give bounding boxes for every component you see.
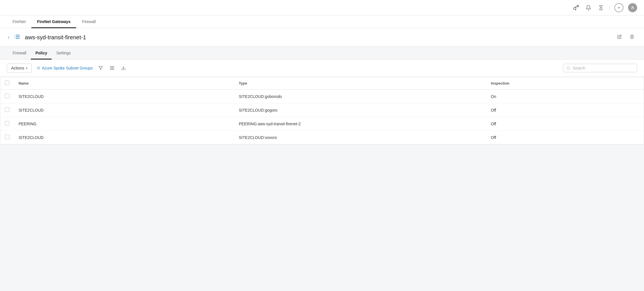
bell-icon[interactable]: [584, 4, 592, 12]
delete-button[interactable]: [628, 33, 636, 41]
user-up-icon[interactable]: [614, 3, 623, 12]
sub-tab-nav: Firewall Policy Settings: [0, 47, 644, 60]
sub-tab-policy[interactable]: Policy: [31, 47, 52, 60]
search-input[interactable]: [573, 66, 633, 70]
col-header-name: Name: [14, 77, 234, 90]
col-select-all[interactable]: [0, 77, 14, 90]
row-inspection: Off: [486, 103, 644, 117]
row-checkbox[interactable]: [5, 94, 9, 98]
row-type: PEERING:aws-syd-transit-firenet-2: [234, 117, 486, 131]
sub-tab-settings[interactable]: Settings: [52, 47, 75, 60]
edit-button[interactable]: [615, 33, 623, 41]
col-header-type: Type: [234, 77, 486, 90]
toolbar: Actions ▾ Azure Spoke Subnet Groups: [0, 60, 644, 77]
azure-spoke-link[interactable]: Azure Spoke Subnet Groups: [36, 66, 93, 70]
svg-line-18: [569, 69, 570, 69]
main-tab-nav: FireNet FireNet Gateways Firewall: [0, 15, 644, 28]
row-checkbox-cell[interactable]: [0, 90, 14, 103]
policy-table: Name Type Inspection SITE2CLOUD SITE2CLO…: [0, 77, 644, 144]
row-type: SITE2CLOUD:gogoro: [234, 103, 486, 117]
table-row: PEERING PEERING:aws-syd-transit-firenet-…: [0, 117, 644, 131]
filter-icon[interactable]: [97, 65, 104, 71]
col-header-inspection: Inspection: [486, 77, 644, 90]
top-bar: A: [0, 0, 644, 15]
row-name: SITE2CLOUD: [14, 103, 234, 117]
back-arrow-icon[interactable]: ‹: [8, 35, 9, 40]
actions-caret-icon: ▾: [26, 67, 27, 70]
row-name: PEERING: [14, 117, 234, 131]
resource-title: aws-syd-transit-firenet-1: [25, 34, 611, 41]
svg-rect-14: [110, 66, 112, 70]
row-checkbox[interactable]: [5, 107, 9, 112]
row-inspection: On: [486, 90, 644, 103]
svg-rect-15: [112, 66, 114, 70]
sub-tab-firewall[interactable]: Firewall: [8, 47, 31, 60]
row-name: SITE2CLOUD: [14, 131, 234, 144]
divider: [609, 5, 610, 11]
azure-spoke-label: Azure Spoke Subnet Groups: [42, 66, 93, 70]
table-row: SITE2CLOUD SITE2CLOUD:goborodo On: [0, 90, 644, 103]
table-row: SITE2CLOUD SITE2CLOUD:vovoro Off: [0, 131, 644, 144]
resource-header: ‹ aws-syd-transit-firenet-1: [0, 28, 644, 47]
table-container: Name Type Inspection SITE2CLOUD SITE2CLO…: [0, 77, 644, 144]
row-type: SITE2CLOUD:vovoro: [234, 131, 486, 144]
row-checkbox[interactable]: [5, 121, 9, 126]
top-bar-icons: A: [572, 3, 637, 12]
row-checkbox[interactable]: [5, 135, 9, 139]
row-checkbox-cell[interactable]: [0, 103, 14, 117]
row-checkbox-cell[interactable]: [0, 117, 14, 131]
user-avatar[interactable]: A: [628, 3, 637, 12]
tab-firenet[interactable]: FireNet: [7, 15, 31, 28]
tab-firenet-gateways[interactable]: FireNet Gateways: [31, 15, 76, 28]
tab-firewall[interactable]: Firewall: [76, 15, 101, 28]
announcement-icon[interactable]: [572, 4, 580, 12]
search-box[interactable]: [563, 64, 637, 72]
row-checkbox-cell[interactable]: [0, 131, 14, 144]
actions-button[interactable]: Actions ▾: [7, 63, 32, 73]
columns-icon[interactable]: [109, 65, 116, 71]
row-inspection: Off: [486, 131, 644, 144]
select-all-checkbox[interactable]: [5, 81, 9, 85]
actions-label: Actions: [11, 66, 24, 70]
table-header-row: Name Type Inspection: [0, 77, 644, 90]
table-row: SITE2CLOUD SITE2CLOUD:gogoro Off: [0, 103, 644, 117]
row-type: SITE2CLOUD:goborodo: [234, 90, 486, 103]
download-icon[interactable]: [120, 65, 127, 71]
search-icon: [567, 66, 570, 70]
svg-marker-13: [99, 66, 102, 70]
resource-list-icon: [14, 34, 20, 41]
hourglass-icon[interactable]: [597, 4, 605, 12]
row-inspection: Off: [486, 117, 644, 131]
row-name: SITE2CLOUD: [14, 90, 234, 103]
